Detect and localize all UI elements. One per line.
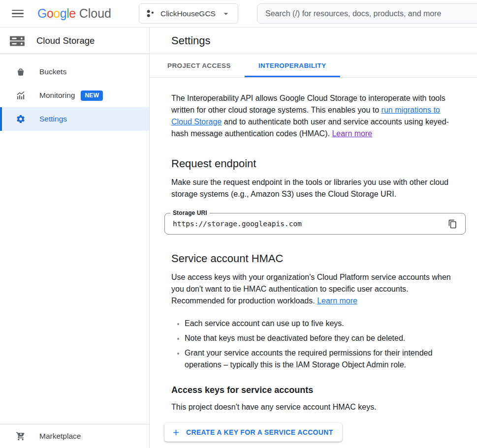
list-item: Note that keys must be deactivated befor… — [185, 332, 466, 344]
tab-interoperability[interactable]: INTEROPERABILITY — [245, 54, 340, 77]
create-key-button[interactable]: CREATE A KEY FOR A SERVICE ACCOUNT — [164, 423, 342, 442]
sidebar: Cloud Storage Buckets — [0, 28, 150, 448]
list-item: Grant your service accounts the required… — [185, 347, 466, 371]
project-dots-icon — [146, 9, 155, 18]
sidebar-item-label: Marketplace — [39, 432, 81, 441]
storage-uri-label: Storage URI — [170, 209, 210, 216]
logo-cloud-text: Cloud — [79, 6, 111, 21]
hmac-bullet-list: Each service account can use up to five … — [171, 318, 466, 371]
tab-project-access[interactable]: PROJECT ACCESS — [154, 54, 245, 77]
menu-icon[interactable] — [12, 9, 25, 19]
page-title: Settings — [171, 34, 211, 47]
learn-more-link-hmac[interactable]: Learn more — [317, 297, 357, 305]
logo-google-text: Google — [37, 6, 76, 21]
access-keys-empty-note: This project doesn't have any service ac… — [171, 401, 453, 413]
request-endpoint-paragraph: Make sure the request endpoint in the to… — [171, 177, 453, 200]
gear-icon — [15, 114, 26, 124]
intro-paragraph: The Interoperability API allows Google C… — [171, 92, 453, 140]
sidebar-nav: Buckets Monitoring NEW — [0, 54, 149, 131]
google-cloud-logo[interactable]: Google Cloud — [37, 6, 111, 21]
cart-icon — [15, 431, 26, 441]
main-panel: Settings PROJECT ACCESS INTEROPERABILITY… — [150, 28, 477, 448]
sidebar-item-settings[interactable]: Settings — [0, 107, 149, 131]
sidebar-item-label: Buckets — [39, 67, 66, 76]
learn-more-link-intro[interactable]: Learn more — [332, 129, 372, 138]
chevron-down-icon — [221, 9, 231, 19]
sidebar-item-marketplace[interactable]: Marketplace — [0, 424, 149, 448]
sidebar-footer: Marketplace — [0, 424, 149, 448]
search-input[interactable] — [257, 3, 477, 24]
storage-uri-field[interactable]: Storage URI https://storage.googleapis.c… — [164, 213, 466, 235]
create-key-button-label: CREATE A KEY FOR A SERVICE ACCOUNT — [186, 428, 333, 436]
project-selector[interactable]: ClickHouseGCS — [139, 3, 238, 24]
copy-button[interactable] — [445, 216, 460, 232]
sidebar-item-monitoring[interactable]: Monitoring NEW — [0, 84, 149, 107]
request-endpoint-heading: Request endpoint — [171, 157, 466, 170]
cloud-storage-icon — [9, 32, 26, 49]
service-account-hmac-heading: Service account HMAC — [171, 252, 466, 265]
service-account-hmac-paragraph: Use access keys with your organization's… — [171, 271, 453, 307]
project-name: ClickHouseGCS — [160, 9, 216, 18]
sidebar-item-label: Settings — [39, 115, 67, 123]
sidebar-item-label: Monitoring — [39, 91, 75, 100]
list-item: Each service account can use up to five … — [185, 318, 466, 329]
page-header: Settings — [150, 28, 477, 54]
plus-icon — [171, 428, 181, 437]
product-title: Cloud Storage — [36, 35, 95, 46]
access-keys-heading: Access keys for service accounts — [171, 385, 466, 395]
tab-content: The Interoperability API allows Google C… — [150, 78, 477, 442]
new-badge: NEW — [81, 90, 103, 101]
bucket-icon — [15, 67, 26, 77]
monitoring-icon — [15, 90, 26, 100]
top-bar: Google Cloud ClickHouseGCS — [0, 0, 477, 28]
tab-bar: PROJECT ACCESS INTEROPERABILITY — [150, 54, 477, 78]
sidebar-product-header: Cloud Storage — [0, 28, 149, 54]
storage-uri-value: https://storage.googleapis.com — [173, 220, 445, 228]
copy-icon — [448, 219, 457, 229]
search-bar — [257, 3, 477, 24]
sidebar-item-buckets[interactable]: Buckets — [0, 60, 149, 84]
